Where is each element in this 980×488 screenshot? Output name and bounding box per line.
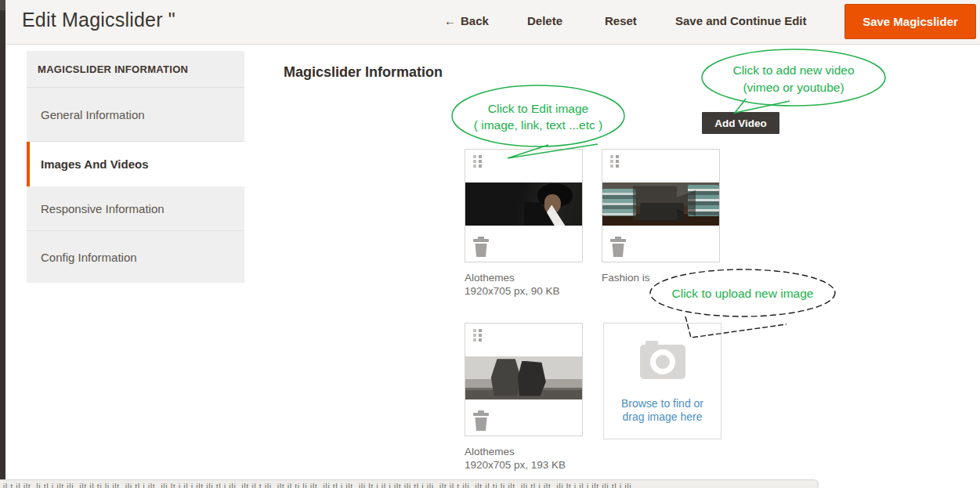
save-magicslider-button[interactable]: Save Magicslider [844, 4, 976, 39]
slide-image-2[interactable] [602, 183, 719, 226]
svg-text:(vimeo or youtube): (vimeo or youtube) [743, 81, 844, 94]
trash-icon [472, 237, 490, 257]
slide-meta: 1920x705 px, 193 KB [465, 458, 598, 472]
sidebar-item-general-information[interactable]: General Information [27, 88, 244, 142]
annotation-add-video: Click to add new video (vimeo or youtube… [692, 47, 892, 119]
photo-shape [518, 361, 546, 396]
sidebar: MAGICSLIDER INFORMATION General Informat… [27, 51, 244, 283]
delete-button[interactable]: Delete [527, 14, 562, 27]
video-overlay-icon [633, 186, 696, 220]
svg-text:Click to add new video: Click to add new video [732, 63, 854, 77]
status-bar-clipped-text: il.t jl ilt .li tl.i jlt ili .jlt il ti.… [3, 483, 819, 488]
drag-handle-icon[interactable] [610, 155, 620, 170]
image-upload-dropzone[interactable]: Browse to find or drag image here [603, 323, 721, 439]
delete-slide-button[interactable] [472, 237, 490, 257]
back-label: Back [461, 14, 489, 27]
slide-caption-3: Alothemes 1920x705 px, 193 KB [465, 445, 598, 472]
drag-handle-icon[interactable] [473, 329, 483, 344]
slide-caption-1: Alothemes 1920x705 px, 90 KB [465, 271, 598, 298]
photo-shape [491, 359, 522, 396]
slide-card-3[interactable] [465, 323, 583, 436]
slide-meta: 1920x705 px, 90 KB [465, 284, 598, 298]
photo-shape [602, 189, 636, 216]
trash-icon [609, 237, 627, 257]
svg-text:Click to Edit image: Click to Edit image [488, 102, 588, 115]
slide-title: Fashion is [602, 271, 735, 284]
sidebar-item-images-and-videos[interactable]: Images And Videos [27, 142, 248, 186]
section-heading: Magicslider Information [284, 64, 443, 81]
slide-title: Alothemes [465, 445, 598, 458]
delete-slide-button[interactable] [609, 237, 627, 257]
trash-icon [472, 410, 490, 431]
delete-slide-button[interactable] [472, 410, 490, 431]
slide-card-2[interactable] [602, 149, 720, 262]
slide-title: Alothemes [465, 271, 598, 284]
drag-handle-icon[interactable] [473, 155, 483, 170]
svg-text:( image, link, text ...etc ): ( image, link, text ...etc ) [474, 118, 603, 132]
slide-image-3[interactable] [465, 356, 582, 399]
svg-text:Click to upload new image: Click to upload new image [672, 287, 814, 300]
status-bar: il.t jl ilt .li tl.i jlt ili .jlt il ti.… [0, 479, 819, 488]
add-video-button[interactable]: Add Video [702, 112, 779, 134]
slide-image-1[interactable] [465, 183, 582, 226]
back-arrow-icon: ← [444, 14, 456, 27]
edit-magicslider-page: Edit Magicslider " ←Back Delete Reset Sa… [0, 0, 980, 488]
slide-caption-2: Fashion is [602, 271, 735, 284]
sidebar-title: MAGICSLIDER INFORMATION [27, 51, 244, 88]
page-header: Edit Magicslider " ←Back Delete Reset Sa… [5, 0, 980, 45]
admin-menu-edge [0, 0, 5, 479]
camera-icon [638, 339, 688, 381]
sidebar-item-config-information[interactable]: Config Information [27, 231, 244, 283]
back-button[interactable]: ←Back [444, 14, 489, 27]
reset-button[interactable]: Reset [605, 14, 637, 27]
page-title: Edit Magicslider " [22, 9, 175, 31]
browse-link[interactable]: Browse to find or drag image here [604, 397, 721, 424]
admin-menu-edge-top [0, 0, 5, 10]
sidebar-item-responsive-information[interactable]: Responsive Information [27, 186, 244, 231]
slide-card-1[interactable] [465, 149, 583, 262]
save-and-continue-button[interactable]: Save and Continue Edit [675, 14, 807, 27]
